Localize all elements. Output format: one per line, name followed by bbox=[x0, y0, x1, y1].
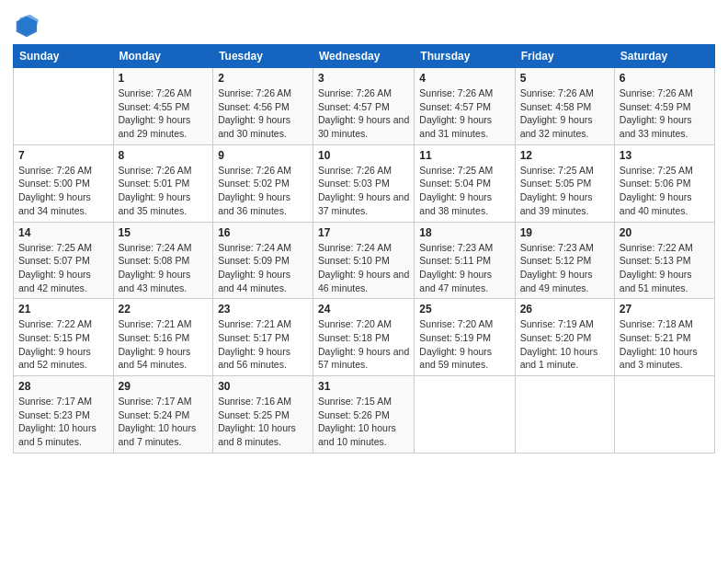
calendar-cell: 4Sunrise: 7:26 AMSunset: 4:57 PMDaylight… bbox=[415, 68, 515, 145]
day-number: 28 bbox=[18, 380, 108, 393]
calendar-cell: 11Sunrise: 7:25 AMSunset: 5:04 PMDayligh… bbox=[415, 144, 515, 222]
calendar-cell: 17Sunrise: 7:24 AMSunset: 5:10 PMDayligh… bbox=[313, 222, 415, 299]
calendar-cell bbox=[614, 376, 714, 454]
week-row-5: 28Sunrise: 7:17 AMSunset: 5:23 PMDayligh… bbox=[14, 376, 715, 454]
day-number: 30 bbox=[218, 380, 308, 393]
day-number: 25 bbox=[419, 303, 509, 316]
header-day-monday: Monday bbox=[113, 45, 213, 68]
calendar-cell: 31Sunrise: 7:15 AMSunset: 5:26 PMDayligh… bbox=[313, 376, 415, 454]
day-info: Sunrise: 7:25 AMSunset: 5:07 PMDaylight:… bbox=[18, 241, 108, 295]
calendar-cell: 30Sunrise: 7:16 AMSunset: 5:25 PMDayligh… bbox=[213, 376, 313, 454]
calendar-cell: 13Sunrise: 7:25 AMSunset: 5:06 PMDayligh… bbox=[614, 144, 714, 222]
day-number: 18 bbox=[419, 226, 509, 239]
day-info: Sunrise: 7:26 AMSunset: 4:57 PMDaylight:… bbox=[318, 86, 409, 141]
day-number: 20 bbox=[620, 226, 710, 239]
day-info: Sunrise: 7:26 AMSunset: 5:03 PMDaylight:… bbox=[318, 164, 409, 218]
calendar-cell: 19Sunrise: 7:23 AMSunset: 5:12 PMDayligh… bbox=[515, 222, 614, 299]
calendar-cell bbox=[14, 68, 114, 145]
calendar-cell: 29Sunrise: 7:17 AMSunset: 5:24 PMDayligh… bbox=[113, 376, 213, 454]
week-row-3: 14Sunrise: 7:25 AMSunset: 5:07 PMDayligh… bbox=[14, 222, 715, 299]
calendar-cell: 8Sunrise: 7:26 AMSunset: 5:01 PMDaylight… bbox=[113, 144, 213, 222]
day-info: Sunrise: 7:21 AMSunset: 5:17 PMDaylight:… bbox=[218, 317, 308, 372]
day-info: Sunrise: 7:19 AMSunset: 5:20 PMDaylight:… bbox=[520, 317, 609, 372]
day-number: 24 bbox=[318, 303, 409, 316]
calendar-cell: 6Sunrise: 7:26 AMSunset: 4:59 PMDaylight… bbox=[614, 68, 714, 145]
day-info: Sunrise: 7:24 AMSunset: 5:10 PMDaylight:… bbox=[318, 241, 409, 295]
day-number: 3 bbox=[318, 72, 409, 85]
day-number: 8 bbox=[119, 149, 209, 162]
day-number: 26 bbox=[520, 303, 609, 316]
day-info: Sunrise: 7:18 AMSunset: 5:21 PMDaylight:… bbox=[620, 317, 710, 372]
calendar-cell: 9Sunrise: 7:26 AMSunset: 5:02 PMDaylight… bbox=[213, 144, 313, 222]
day-info: Sunrise: 7:26 AMSunset: 4:55 PMDaylight:… bbox=[119, 86, 209, 141]
header-row bbox=[13, 9, 715, 39]
calendar-cell: 28Sunrise: 7:17 AMSunset: 5:23 PMDayligh… bbox=[14, 376, 114, 454]
week-row-4: 21Sunrise: 7:22 AMSunset: 5:15 PMDayligh… bbox=[14, 299, 715, 376]
day-info: Sunrise: 7:17 AMSunset: 5:24 PMDaylight:… bbox=[119, 395, 209, 449]
day-info: Sunrise: 7:21 AMSunset: 5:16 PMDaylight:… bbox=[119, 317, 209, 372]
logo-icon bbox=[13, 13, 39, 39]
day-info: Sunrise: 7:20 AMSunset: 5:18 PMDaylight:… bbox=[318, 317, 409, 372]
calendar-cell: 5Sunrise: 7:26 AMSunset: 4:58 PMDaylight… bbox=[515, 68, 614, 145]
calendar-cell: 15Sunrise: 7:24 AMSunset: 5:08 PMDayligh… bbox=[113, 222, 213, 299]
day-info: Sunrise: 7:22 AMSunset: 5:13 PMDaylight:… bbox=[620, 241, 710, 295]
day-number: 15 bbox=[119, 226, 209, 239]
week-row-2: 7Sunrise: 7:26 AMSunset: 5:00 PMDaylight… bbox=[14, 144, 715, 222]
day-number: 17 bbox=[318, 226, 409, 239]
day-number: 10 bbox=[318, 149, 409, 162]
day-number: 4 bbox=[419, 72, 509, 85]
day-number: 23 bbox=[218, 303, 308, 316]
day-number: 6 bbox=[620, 72, 710, 85]
calendar-cell: 14Sunrise: 7:25 AMSunset: 5:07 PMDayligh… bbox=[14, 222, 114, 299]
header-day-saturday: Saturday bbox=[614, 45, 714, 68]
day-info: Sunrise: 7:26 AMSunset: 4:59 PMDaylight:… bbox=[620, 86, 710, 141]
calendar-cell: 21Sunrise: 7:22 AMSunset: 5:15 PMDayligh… bbox=[14, 299, 114, 376]
header-day-thursday: Thursday bbox=[415, 45, 515, 68]
day-number: 2 bbox=[218, 72, 308, 85]
header-day-friday: Friday bbox=[515, 45, 614, 68]
calendar-cell bbox=[515, 376, 614, 454]
day-info: Sunrise: 7:24 AMSunset: 5:09 PMDaylight:… bbox=[218, 241, 308, 295]
header-day-tuesday: Tuesday bbox=[213, 45, 313, 68]
day-number: 5 bbox=[520, 72, 609, 85]
day-info: Sunrise: 7:15 AMSunset: 5:26 PMDaylight:… bbox=[318, 395, 409, 449]
calendar-cell: 10Sunrise: 7:26 AMSunset: 5:03 PMDayligh… bbox=[313, 144, 415, 222]
day-number: 29 bbox=[119, 380, 209, 393]
calendar-cell: 24Sunrise: 7:20 AMSunset: 5:18 PMDayligh… bbox=[313, 299, 415, 376]
calendar-cell: 20Sunrise: 7:22 AMSunset: 5:13 PMDayligh… bbox=[614, 222, 714, 299]
day-number: 22 bbox=[119, 303, 209, 316]
logo bbox=[13, 13, 42, 39]
day-info: Sunrise: 7:23 AMSunset: 5:11 PMDaylight:… bbox=[419, 241, 509, 295]
header-day-sunday: Sunday bbox=[14, 45, 114, 68]
day-info: Sunrise: 7:26 AMSunset: 4:57 PMDaylight:… bbox=[419, 86, 509, 141]
day-number: 1 bbox=[119, 72, 209, 85]
day-number: 14 bbox=[18, 226, 108, 239]
calendar-header-row: SundayMondayTuesdayWednesdayThursdayFrid… bbox=[14, 45, 715, 68]
day-info: Sunrise: 7:20 AMSunset: 5:19 PMDaylight:… bbox=[419, 317, 509, 372]
day-info: Sunrise: 7:22 AMSunset: 5:15 PMDaylight:… bbox=[18, 317, 108, 372]
calendar-cell: 2Sunrise: 7:26 AMSunset: 4:56 PMDaylight… bbox=[213, 68, 313, 145]
day-number: 7 bbox=[18, 149, 108, 162]
week-row-1: 1Sunrise: 7:26 AMSunset: 4:55 PMDaylight… bbox=[14, 68, 715, 145]
day-number: 11 bbox=[419, 149, 509, 162]
header-day-wednesday: Wednesday bbox=[313, 45, 415, 68]
day-info: Sunrise: 7:24 AMSunset: 5:08 PMDaylight:… bbox=[119, 241, 209, 295]
calendar-cell: 26Sunrise: 7:19 AMSunset: 5:20 PMDayligh… bbox=[515, 299, 614, 376]
day-number: 31 bbox=[318, 380, 409, 393]
day-number: 21 bbox=[18, 303, 108, 316]
day-info: Sunrise: 7:16 AMSunset: 5:25 PMDaylight:… bbox=[218, 395, 308, 449]
day-number: 19 bbox=[520, 226, 609, 239]
day-info: Sunrise: 7:17 AMSunset: 5:23 PMDaylight:… bbox=[18, 395, 108, 449]
day-number: 16 bbox=[218, 226, 308, 239]
day-number: 12 bbox=[520, 149, 609, 162]
day-info: Sunrise: 7:25 AMSunset: 5:05 PMDaylight:… bbox=[520, 164, 609, 218]
day-info: Sunrise: 7:25 AMSunset: 5:04 PMDaylight:… bbox=[419, 164, 509, 218]
calendar-cell: 27Sunrise: 7:18 AMSunset: 5:21 PMDayligh… bbox=[614, 299, 714, 376]
calendar-cell: 7Sunrise: 7:26 AMSunset: 5:00 PMDaylight… bbox=[14, 144, 114, 222]
day-info: Sunrise: 7:26 AMSunset: 4:56 PMDaylight:… bbox=[218, 86, 308, 141]
calendar-cell: 23Sunrise: 7:21 AMSunset: 5:17 PMDayligh… bbox=[213, 299, 313, 376]
day-info: Sunrise: 7:25 AMSunset: 5:06 PMDaylight:… bbox=[620, 164, 710, 218]
day-info: Sunrise: 7:23 AMSunset: 5:12 PMDaylight:… bbox=[520, 241, 609, 295]
day-info: Sunrise: 7:26 AMSunset: 4:58 PMDaylight:… bbox=[520, 86, 609, 141]
calendar-table: SundayMondayTuesdayWednesdayThursdayFrid… bbox=[13, 44, 715, 454]
